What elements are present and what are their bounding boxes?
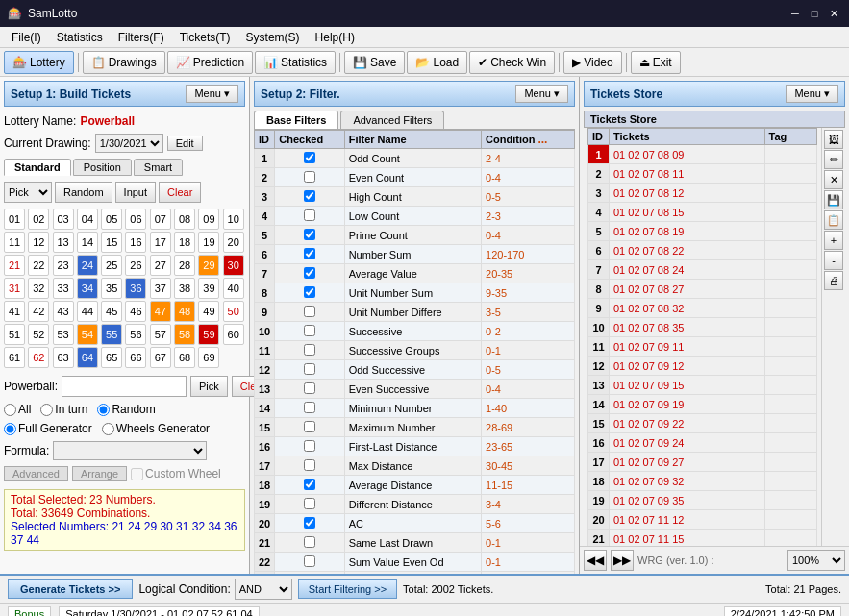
ticket-add-btn[interactable]: + [824, 231, 843, 250]
toolbar-statistics[interactable]: 📊 Statistics [255, 51, 336, 74]
ticket-print-btn[interactable]: 🖨 [824, 271, 843, 290]
filter-checkbox[interactable] [304, 190, 315, 202]
number-cell-06[interactable]: 06 [125, 209, 146, 230]
number-cell-20[interactable]: 20 [223, 232, 244, 253]
logical-cond-select[interactable]: AND [235, 579, 292, 600]
filter-check[interactable] [275, 533, 344, 553]
filter-check[interactable] [275, 456, 344, 476]
filter-check[interactable] [275, 264, 344, 283]
number-cell-58[interactable]: 58 [174, 324, 195, 345]
minimize-btn[interactable]: ─ [787, 6, 803, 21]
filter-checkbox[interactable] [304, 402, 315, 413]
toolbar-load[interactable]: 📂 Load [407, 51, 467, 74]
number-cell-40[interactable]: 40 [223, 278, 244, 299]
ticket-save-btn[interactable]: 💾 [824, 190, 843, 209]
random-btn[interactable]: Random [55, 182, 112, 203]
number-cell-10[interactable]: 10 [223, 209, 244, 230]
filter-check[interactable] [275, 303, 344, 322]
number-cell-15[interactable]: 15 [101, 232, 122, 253]
number-cell-22[interactable]: 22 [28, 255, 49, 276]
number-cell-41[interactable]: 41 [4, 301, 25, 322]
filter-table-container[interactable]: ID Checked Filter Name Condition ... 1 O… [254, 130, 575, 574]
zoom-select[interactable]: 100% [787, 550, 845, 571]
left-menu-btn[interactable]: Menu ▾ [186, 85, 238, 103]
filter-condition[interactable]: 23-65 [482, 437, 575, 456]
ticket-remove-btn[interactable]: - [824, 251, 843, 270]
ticket-row[interactable]: 18 01 02 07 09 32 [588, 472, 817, 491]
middle-menu-btn[interactable]: Menu ▾ [515, 85, 568, 103]
number-cell-24[interactable]: 24 [77, 255, 98, 276]
number-cell-16[interactable]: 16 [125, 232, 146, 253]
filter-checkbox[interactable] [304, 517, 315, 529]
filter-condition[interactable]: 0-5 [482, 187, 575, 207]
ticket-row[interactable]: 9 01 02 07 08 32 [588, 299, 817, 318]
number-cell-29[interactable]: 29 [198, 255, 219, 276]
number-cell-39[interactable]: 39 [198, 278, 219, 299]
number-cell-65[interactable]: 65 [101, 347, 122, 368]
tab-advanced-filters[interactable]: Advanced Filters [340, 111, 444, 129]
number-cell-49[interactable]: 49 [198, 301, 219, 322]
filter-condition[interactable]: 0-1 [482, 553, 575, 572]
number-cell-36[interactable]: 36 [125, 278, 146, 299]
maximize-btn[interactable]: □ [807, 6, 822, 21]
formula-select[interactable] [53, 441, 207, 460]
close-btn[interactable]: ✕ [826, 6, 841, 21]
ticket-row[interactable]: 16 01 02 07 09 24 [588, 433, 817, 453]
toolbar-checkwin[interactable]: ✔ Check Win [469, 51, 555, 74]
ticket-row[interactable]: 13 01 02 07 09 15 [588, 376, 817, 395]
filter-check[interactable] [275, 418, 344, 437]
ticket-row[interactable]: 3 01 02 07 08 12 [588, 184, 817, 203]
ticket-row[interactable]: 21 01 02 07 11 15 [588, 530, 817, 547]
filter-checkbox[interactable] [304, 325, 315, 336]
ticket-row[interactable]: 14 01 02 07 09 19 [588, 395, 817, 414]
number-cell-50[interactable]: 50 [223, 301, 244, 322]
filter-checkbox[interactable] [304, 171, 315, 183]
number-cell-63[interactable]: 63 [53, 347, 74, 368]
ticket-row[interactable]: 5 01 02 07 08 19 [588, 222, 817, 241]
filter-condition[interactable]: 3-5 [482, 303, 575, 322]
filter-checkbox[interactable] [304, 267, 315, 279]
edit-drawing-btn[interactable]: Edit [167, 136, 203, 151]
filter-condition[interactable]: 30-45 [482, 456, 575, 476]
filter-check[interactable] [275, 322, 344, 341]
powerball-input[interactable] [62, 376, 187, 397]
number-cell-51[interactable]: 51 [4, 324, 25, 345]
filter-check[interactable] [275, 437, 344, 456]
number-cell-21[interactable]: 21 [4, 255, 25, 276]
filter-check[interactable] [275, 187, 344, 207]
filter-check[interactable] [275, 226, 344, 245]
number-cell-35[interactable]: 35 [101, 278, 122, 299]
number-cell-02[interactable]: 02 [28, 209, 49, 230]
input-btn[interactable]: Input [115, 182, 156, 203]
number-cell-69[interactable]: 69 [198, 347, 219, 368]
filter-condition[interactable]: 3-4 [482, 495, 575, 514]
menu-filters[interactable]: Filters(F) [111, 30, 172, 45]
ticket-row[interactable]: 2 01 02 07 08 11 [588, 164, 817, 184]
number-cell-28[interactable]: 28 [174, 255, 195, 276]
number-cell-42[interactable]: 42 [28, 301, 49, 322]
tab-position[interactable]: Position [73, 159, 132, 176]
ticket-row[interactable]: 19 01 02 07 09 35 [588, 491, 817, 510]
filter-checkbox[interactable] [304, 306, 315, 317]
filter-condition[interactable]: 0-1 [482, 533, 575, 553]
toolbar-save[interactable]: 💾 Save [344, 51, 405, 74]
filter-checkbox[interactable] [304, 152, 315, 163]
radio-random[interactable]: Random [97, 403, 155, 416]
number-cell-67[interactable]: 67 [150, 347, 171, 368]
number-cell-01[interactable]: 01 [4, 209, 25, 230]
number-cell-18[interactable]: 18 [174, 232, 195, 253]
ticket-row[interactable]: 15 01 02 07 09 22 [588, 414, 817, 433]
number-cell-25[interactable]: 25 [101, 255, 122, 276]
ticket-row[interactable]: 20 01 02 07 11 12 [588, 510, 817, 530]
number-cell-17[interactable]: 17 [150, 232, 171, 253]
pick-select[interactable]: Pick [4, 182, 52, 203]
number-cell-45[interactable]: 45 [101, 301, 122, 322]
filter-check[interactable] [275, 168, 344, 187]
filter-check[interactable] [275, 283, 344, 303]
tab-base-filters[interactable]: Base Filters [254, 111, 338, 129]
filter-checkbox[interactable] [304, 421, 315, 432]
filter-condition[interactable]: 0-4 [482, 226, 575, 245]
number-cell-47[interactable]: 47 [150, 301, 171, 322]
number-cell-04[interactable]: 04 [77, 209, 98, 230]
number-cell-66[interactable]: 66 [125, 347, 146, 368]
